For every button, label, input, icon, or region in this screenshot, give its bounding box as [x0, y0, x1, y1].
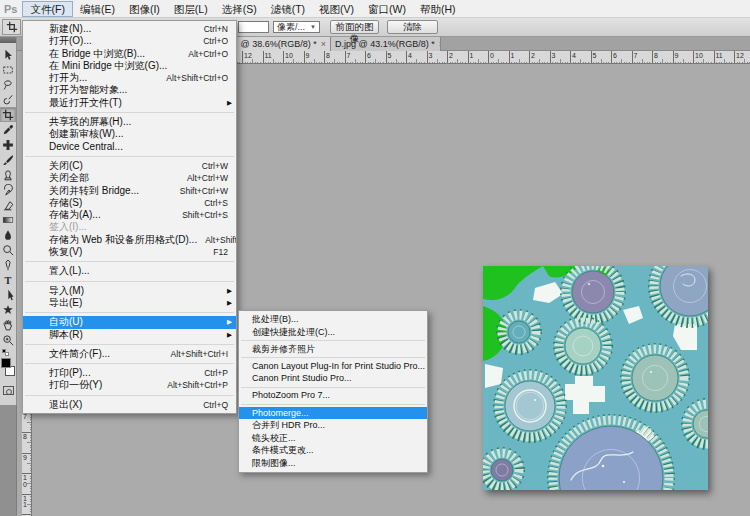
tool-path-selection[interactable] — [0, 287, 16, 302]
automate-submenu-item-label: 合并到 HDR Pro... — [252, 419, 325, 432]
menubar-item-2[interactable]: 图像(I) — [122, 1, 167, 17]
file-menu-separator — [25, 281, 234, 282]
menubar-item-6[interactable]: 视图(V) — [312, 1, 361, 17]
close-icon[interactable]: × — [439, 40, 441, 49]
automate-submenu-item-11[interactable]: 合并到 HDR Pro... — [239, 419, 427, 432]
automate-submenu-item-6[interactable]: Canon Print Studio Pro... — [239, 372, 427, 385]
tool-pen[interactable] — [0, 257, 16, 272]
crop-icon — [2, 109, 14, 121]
artwork-image — [483, 266, 708, 490]
rectangular-marquee-icon — [2, 64, 14, 76]
tool-blur[interactable] — [0, 227, 16, 242]
file-menu-item-2[interactable]: 在 Bridge 中浏览(B)...Alt+Ctrl+O — [23, 48, 236, 60]
menubar-item-5[interactable]: 滤镜(T) — [264, 1, 312, 17]
file-menu-item-13[interactable]: 关闭全部Alt+Ctrl+W — [23, 172, 236, 184]
file-menu-item-0[interactable]: 新建(N)...Ctrl+N — [23, 23, 236, 35]
file-menu-item-19[interactable]: 恢复(V)F12 — [23, 246, 236, 258]
file-menu-item-4[interactable]: 打开为...Alt+Shift+Ctrl+O — [23, 72, 236, 84]
dodge-icon — [2, 244, 14, 256]
automate-submenu-item-1[interactable]: 创建快捷批处理(C)... — [239, 326, 427, 339]
lasso-icon — [2, 79, 14, 91]
clear-button[interactable]: 清除 — [387, 20, 438, 34]
tools-panel-header[interactable] — [0, 37, 16, 43]
file-menu-item-10[interactable]: Device Central... — [23, 141, 236, 153]
file-menu-item-15[interactable]: 存储(S)Ctrl+S — [23, 197, 236, 209]
tool-gradient[interactable] — [0, 212, 16, 227]
file-menu-item-14[interactable]: 关闭并转到 Bridge...Shift+Ctrl+W — [23, 185, 236, 197]
tool-preset-picker[interactable] — [2, 19, 21, 35]
quick-selection-icon — [2, 94, 14, 106]
tool-hand[interactable] — [0, 317, 16, 332]
tool-quick-selection[interactable] — [0, 92, 16, 107]
tool-healing-brush[interactable] — [0, 137, 16, 152]
automate-submenu-item-12[interactable]: 镜头校正... — [239, 432, 427, 445]
file-menu-item-label: Device Central... — [49, 141, 123, 153]
automate-submenu-item-10[interactable]: Photomerge... — [239, 407, 427, 420]
menubar-item-3[interactable]: 图层(L) — [167, 1, 215, 17]
tool-dodge[interactable] — [0, 242, 16, 257]
automate-submenu-item-5[interactable]: Canon Layout Plug-In for Print Studio Pr… — [239, 360, 427, 373]
file-menu-item-21[interactable]: 置入(L)... — [23, 265, 236, 277]
file-menu-item-1[interactable]: 打开(O)...Ctrl+O — [23, 35, 236, 47]
close-icon[interactable]: × — [321, 40, 326, 49]
file-menu-item-16[interactable]: 存储为(A)...Shift+Ctrl+S — [23, 209, 236, 221]
shortcut-label: Ctrl+W — [194, 160, 228, 172]
default-colors-icon[interactable] — [5, 352, 9, 356]
document-tab-2[interactable]: D.jpg @ 43.1%(RGB/8) * × — [331, 37, 441, 51]
automate-submenu-item-0[interactable]: 批处理(B)... — [239, 313, 427, 326]
crop-size-input[interactable] — [238, 21, 269, 33]
tool-eraser[interactable] — [0, 197, 16, 212]
automate-submenu-item-13[interactable]: 条件模式更改... — [239, 444, 427, 457]
clone-stamp-icon — [2, 169, 14, 181]
tool-zoom[interactable] — [0, 332, 16, 347]
tool-type[interactable]: T — [0, 272, 16, 287]
quick-mask-icon[interactable] — [3, 386, 14, 395]
file-menu-item-18[interactable]: 存储为 Web 和设备所用格式(D)...Alt+Shift+Ctrl+S — [23, 234, 236, 246]
eraser-icon — [2, 199, 14, 211]
file-menu-item-3[interactable]: 在 Mini Bridge 中浏览(G)... — [23, 60, 236, 72]
tool-move[interactable] — [0, 47, 16, 62]
automate-submenu-item-8[interactable]: PhotoZoom Pro 7... — [239, 389, 427, 402]
file-menu-item-6[interactable]: 最近打开文件(T)▶ — [23, 97, 236, 109]
sunflower — [498, 374, 562, 438]
file-menu-item-5[interactable]: 打开为智能对象... — [23, 84, 236, 96]
resolution-unit-dropdown[interactable]: 像素/... ▼ — [273, 21, 320, 33]
file-menu-item-24[interactable]: 导出(E)▶ — [23, 297, 236, 309]
file-menu-item-26[interactable]: 自动(U)▶ — [23, 316, 236, 328]
menubar-items: 文件(F)编辑(E)图像(I)图层(L)选择(S)滤镜(T)视图(V)窗口(W)… — [22, 1, 462, 17]
front-image-button[interactable]: 前面的图像 — [330, 20, 379, 34]
file-menu-item-27[interactable]: 脚本(R)▶ — [23, 329, 236, 341]
file-menu-item-label: 打开为... — [49, 72, 87, 84]
file-menu-item-12[interactable]: 关闭(C)Ctrl+W — [23, 160, 236, 172]
file-menu-item-23[interactable]: 导入(M)▶ — [23, 285, 236, 297]
file-menu-item-9[interactable]: 创建新审核(W)... — [23, 128, 236, 140]
tool-rectangular-marquee[interactable] — [0, 62, 16, 77]
menubar-item-4[interactable]: 选择(S) — [215, 1, 264, 17]
file-menu-item-8[interactable]: 共享我的屏幕(H)... — [23, 116, 236, 128]
file-menu-item-label: 脚本(R) — [49, 329, 83, 341]
automate-submenu-item-label: Canon Print Studio Pro... — [252, 372, 352, 385]
foreground-color-swatch[interactable] — [1, 358, 11, 368]
resolution-unit-value: 像素/... — [277, 21, 305, 34]
file-menu-item-31[interactable]: 打印(P)...Ctrl+P — [23, 367, 236, 379]
document-tab-1[interactable]: @ 38.6%(RGB/8) * × — [237, 37, 331, 51]
tool-crop[interactable] — [0, 107, 16, 122]
tool-eyedropper[interactable] — [0, 122, 16, 137]
menubar-item-0[interactable]: 文件(F) — [22, 1, 72, 17]
tool-custom-shape[interactable] — [0, 302, 16, 317]
file-menu-item-29[interactable]: 文件简介(F)...Alt+Shift+Ctrl+I — [23, 348, 236, 360]
zoom-icon — [2, 334, 14, 346]
automate-submenu-item-3[interactable]: 裁剪并修齐照片 — [239, 343, 427, 356]
document-canvas[interactable] — [483, 266, 708, 490]
move-icon — [2, 49, 14, 61]
menubar-item-7[interactable]: 窗口(W) — [361, 1, 413, 17]
file-menu-item-34[interactable]: 退出(X)Ctrl+Q — [23, 399, 236, 411]
tool-history-brush[interactable] — [0, 182, 16, 197]
tool-clone-stamp[interactable] — [0, 167, 16, 182]
menubar-item-1[interactable]: 编辑(E) — [73, 1, 122, 17]
tool-brush[interactable] — [0, 152, 16, 167]
menubar-item-8[interactable]: 帮助(H) — [413, 1, 463, 17]
file-menu-item-32[interactable]: 打印一份(Y)Alt+Shift+Ctrl+P — [23, 379, 236, 391]
tool-lasso[interactable] — [0, 77, 16, 92]
automate-submenu-item-14[interactable]: 限制图像... — [239, 457, 427, 470]
